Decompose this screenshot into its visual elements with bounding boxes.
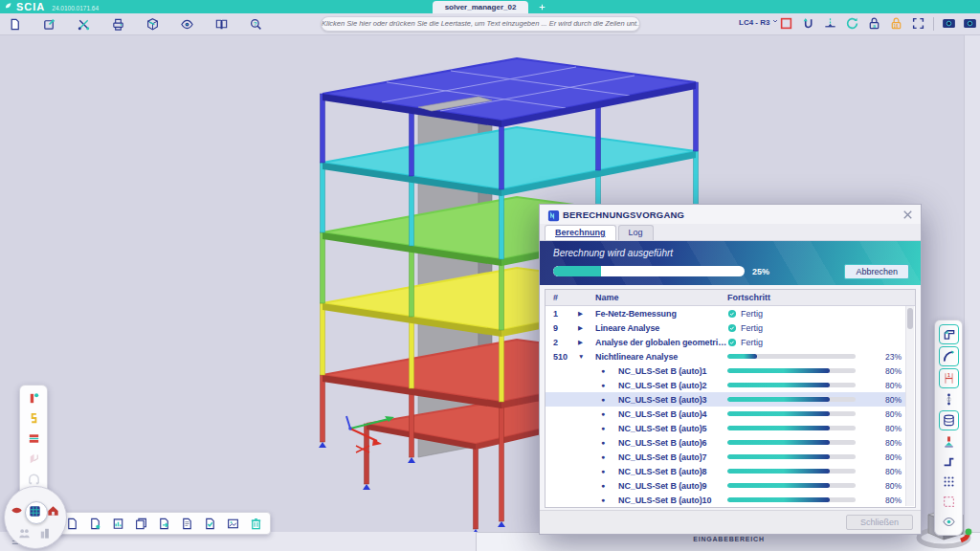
close-button[interactable]: Schließen xyxy=(846,515,913,530)
row-progress-percent: 80% xyxy=(871,467,905,476)
row-progress-percent: 80% xyxy=(871,424,905,433)
hub-city-icon[interactable] xyxy=(38,526,54,541)
bullet-icon: ● xyxy=(601,496,618,503)
curved-member-icon[interactable] xyxy=(939,346,959,366)
expand-arrow-icon[interactable]: ▶ xyxy=(578,310,595,318)
image-frame-icon[interactable] xyxy=(224,515,242,533)
load-case-value: LC4 - R3 xyxy=(739,18,769,27)
expand-arrow-icon[interactable]: ▶ xyxy=(578,339,595,346)
hub-house-icon[interactable] xyxy=(46,503,61,518)
expand-arrow-icon[interactable]: ▶ xyxy=(578,324,595,332)
row-progress-bar xyxy=(727,497,856,502)
tab-log[interactable]: Log xyxy=(618,225,654,240)
section-icon[interactable] xyxy=(821,14,839,33)
refresh-icon[interactable] xyxy=(843,14,861,33)
doc-export-icon[interactable] xyxy=(155,515,173,533)
dimension-icon[interactable]: 1 xyxy=(939,368,959,388)
new-tab-button[interactable] xyxy=(536,0,549,13)
bullet-icon: ● xyxy=(601,482,618,489)
region-dashed-icon[interactable] xyxy=(940,493,958,511)
calc-row[interactable]: 9▶Lineare AnalyseFertig xyxy=(546,320,905,335)
bullet-icon: ● xyxy=(601,453,618,460)
hub-red-icon[interactable] xyxy=(10,503,25,518)
wall-tool-icon[interactable] xyxy=(25,450,43,468)
bullet-icon: ● xyxy=(601,439,618,446)
node-support-icon[interactable] xyxy=(940,432,958,451)
toolbar-right-icons: a16 xyxy=(777,14,980,33)
bullet-icon: ● xyxy=(601,367,618,374)
dialog-titlebar[interactable]: BERECHNUNGSVORGANG xyxy=(540,205,921,224)
table-scrollbar[interactable] xyxy=(905,306,914,506)
fullscreen-icon[interactable] xyxy=(909,14,927,33)
doc-open-icon[interactable] xyxy=(86,515,104,533)
doc-props-icon[interactable] xyxy=(178,515,196,533)
spacing-icon[interactable] xyxy=(940,390,958,408)
bullet-icon: ● xyxy=(601,396,618,403)
tab-berechnung[interactable]: Berechnung xyxy=(545,225,616,240)
app-window: SCIA 24.0100.0171.64 solver_manager_02 ?… xyxy=(0,0,980,551)
column-tool-icon[interactable] xyxy=(25,389,43,408)
calc-row[interactable]: ●NC_ULS-Set B (auto)680% xyxy=(546,435,905,450)
toolbar-right-group: a16 xyxy=(777,14,927,33)
calc-row[interactable]: 1▶Fe-Netz-BemessungFertig xyxy=(546,306,905,320)
dialog-tabs: BerechnungLog xyxy=(540,224,921,241)
model-view-icon[interactable] xyxy=(144,15,162,33)
collapse-arrow-icon[interactable]: ▼ xyxy=(578,353,595,360)
beam-tool-icon[interactable] xyxy=(25,409,43,428)
svg-text:?: ? xyxy=(254,19,257,26)
calc-row[interactable]: ●NC_ULS-Set B (auto)280% xyxy=(546,378,905,392)
calc-row[interactable]: ●NC_ULS-Set B (auto)480% xyxy=(546,407,905,421)
doc-copy-icon[interactable] xyxy=(132,515,150,533)
tools-icon[interactable] xyxy=(75,15,93,33)
calc-row[interactable]: ●NC_ULS-Set B (auto)580% xyxy=(546,421,905,435)
library-book-icon[interactable] xyxy=(212,15,231,33)
titlebar: SCIA 24.0100.0171.64 solver_manager_02 xyxy=(0,0,980,13)
input-panel[interactable]: EINGABEBEREICH xyxy=(476,532,980,551)
load-case-selector[interactable]: LC4 - R3 xyxy=(739,17,779,27)
edit-model-icon[interactable] xyxy=(40,15,58,33)
screen-view-2-icon[interactable] xyxy=(961,14,979,33)
member-elbow-icon[interactable] xyxy=(939,324,959,344)
view-eye-icon[interactable] xyxy=(178,15,196,33)
calc-row[interactable]: ●NC_ULS-Set B (auto)1080% xyxy=(546,493,905,507)
layers-icon[interactable] xyxy=(939,410,959,430)
done-label: Fertig xyxy=(741,323,763,333)
lock-a-icon[interactable]: a xyxy=(865,14,883,33)
calc-row[interactable]: 2▶Analyse der globalen geometrischen Imp… xyxy=(546,335,905,349)
calc-table: # Name Fortschritt 1▶Fe-Netz-BemessungFe… xyxy=(545,289,916,508)
undo-icon[interactable] xyxy=(799,14,817,33)
row-progress-percent: 80% xyxy=(871,409,905,419)
calc-row[interactable]: ●NC_ULS-Set B (auto)880% xyxy=(546,464,905,478)
calc-row[interactable]: ●NC_ULS-Set B (auto)980% xyxy=(546,478,905,493)
cancel-button[interactable]: Abbrechen xyxy=(844,264,909,279)
calc-row[interactable]: ●NC_ULS-Set B (auto)380% xyxy=(546,392,905,407)
slab-tool-icon[interactable] xyxy=(25,430,43,448)
visibility-eye-icon[interactable] xyxy=(940,513,958,531)
scia-leaf-icon xyxy=(4,2,13,11)
close-icon[interactable] xyxy=(901,208,914,221)
workstation-hub[interactable] xyxy=(4,486,67,549)
calc-row[interactable]: ●NC_ULS-Set B (auto)780% xyxy=(546,450,905,464)
done-label: Fertig xyxy=(741,309,763,319)
viewbox-icon[interactable] xyxy=(777,14,795,33)
scrollbar-thumb[interactable] xyxy=(907,308,913,329)
main-toolbar: ? Klicken Sie hier oder drücken Sie die … xyxy=(0,13,980,35)
new-document-icon[interactable] xyxy=(6,15,24,33)
doc-chart-icon[interactable] xyxy=(109,515,127,533)
search-help-icon[interactable]: ? xyxy=(247,15,265,33)
dots-grid-icon[interactable] xyxy=(940,473,958,491)
member-2-icon[interactable] xyxy=(940,452,958,471)
printer-icon[interactable] xyxy=(109,15,127,33)
lock-16-icon[interactable]: 16 xyxy=(887,14,905,33)
statusbar: EINGABEBEREICH xyxy=(0,532,980,551)
trash-icon[interactable] xyxy=(247,515,265,533)
hub-grid-icon[interactable] xyxy=(28,504,43,519)
screen-view-icon[interactable] xyxy=(940,14,958,33)
svg-text:a: a xyxy=(873,23,876,29)
command-hint[interactable]: Klicken Sie hier oder drücken Sie die Le… xyxy=(321,16,640,32)
document-tab[interactable]: solver_manager_02 xyxy=(433,1,528,13)
calc-row[interactable]: ●NC_ULS-Set B (auto)180% xyxy=(546,364,905,378)
doc-check-icon[interactable] xyxy=(201,515,219,533)
hub-people-icon[interactable] xyxy=(17,526,33,541)
calc-row[interactable]: 510▼Nichtlineare Analyse23% xyxy=(546,349,905,364)
